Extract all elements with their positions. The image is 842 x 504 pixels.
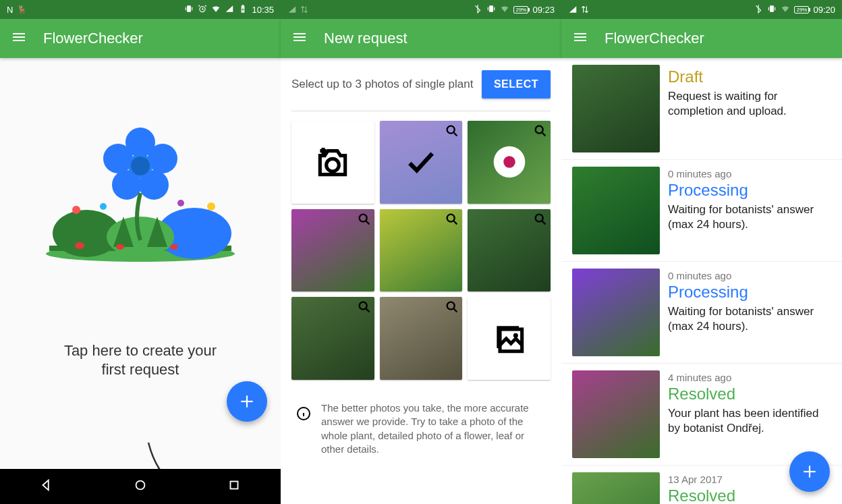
svg-point-24 <box>100 203 107 210</box>
svg-rect-37 <box>293 40 306 41</box>
request-thumbnail <box>572 472 660 504</box>
nav-home-icon[interactable] <box>133 478 148 495</box>
screen-new-request: 29% 09:23 New request Select up to 3 pho… <box>281 0 561 504</box>
statusbar: N 🦌 10:35 <box>0 0 281 19</box>
zoom-icon[interactable] <box>533 212 548 227</box>
svg-point-22 <box>207 202 215 211</box>
photo-tile[interactable] <box>468 121 551 204</box>
svg-rect-54 <box>574 33 586 34</box>
appbar: FlowerChecker <box>0 19 281 58</box>
photo-tile[interactable] <box>468 209 551 292</box>
appbar-title: FlowerChecker <box>43 30 143 47</box>
arrow-to-fab <box>142 436 236 469</box>
signal-icon <box>568 5 578 14</box>
request-description: Request is waiting for completion and up… <box>668 89 831 119</box>
request-description: Your plant has been identified by botani… <box>668 406 831 436</box>
request-time: 0 minutes ago <box>668 270 831 281</box>
photo-grid <box>281 111 561 389</box>
request-item[interactable]: 0 minutes agoProcessingWaiting for botan… <box>561 262 842 364</box>
select-button[interactable]: SELECT <box>482 70 551 99</box>
svg-rect-32 <box>490 5 494 11</box>
menu-icon[interactable] <box>11 29 27 48</box>
camera-tile[interactable] <box>291 121 374 204</box>
svg-rect-7 <box>13 36 25 38</box>
svg-point-27 <box>170 244 178 250</box>
signal-icon <box>225 4 234 16</box>
request-thumbnail <box>572 269 660 356</box>
request-status: Processing <box>668 181 831 200</box>
zoom-icon[interactable] <box>445 212 459 227</box>
menu-icon[interactable] <box>572 29 588 48</box>
wifi-icon <box>781 4 790 16</box>
request-status: Resolved <box>668 385 831 403</box>
nav-recent-icon[interactable] <box>227 478 242 495</box>
android-navbar <box>0 469 281 504</box>
svg-rect-1 <box>186 7 186 10</box>
fab-new-request[interactable] <box>227 381 267 422</box>
photo-tile[interactable] <box>291 297 374 380</box>
svg-point-26 <box>116 244 124 250</box>
photo-tile[interactable] <box>380 297 463 380</box>
svg-point-49 <box>513 333 518 338</box>
info-row: The better photos you take, the more acc… <box>281 389 561 463</box>
svg-point-45 <box>536 214 543 221</box>
gallery-tile[interactable] <box>468 297 551 380</box>
request-time: 4 minutes ago <box>668 372 831 383</box>
svg-point-25 <box>75 242 84 249</box>
svg-rect-51 <box>770 5 775 11</box>
svg-rect-53 <box>775 7 776 10</box>
request-thumbnail <box>572 65 660 152</box>
statusbar-time: 09:20 <box>813 5 835 15</box>
tap-hint-line1: Tap here to create your <box>27 341 254 360</box>
svg-rect-55 <box>574 36 586 38</box>
zoom-icon[interactable] <box>357 212 372 227</box>
request-item[interactable]: 4 minutes agoResolvedYour plant has been… <box>561 364 842 466</box>
svg-point-47 <box>447 302 455 310</box>
svg-rect-58 <box>804 471 815 472</box>
battery-icon: 29% <box>794 6 809 13</box>
menu-icon[interactable] <box>291 29 308 48</box>
svg-point-16 <box>148 144 177 173</box>
alarm-icon <box>198 4 207 16</box>
screen-home: N 🦌 10:35 FlowerChecker <box>0 0 281 504</box>
svg-rect-35 <box>293 33 306 34</box>
check-icon <box>380 121 463 204</box>
svg-point-21 <box>72 206 80 214</box>
svg-point-46 <box>359 302 366 310</box>
requests-list[interactable]: DraftRequest is waiting for completion a… <box>561 58 842 504</box>
vibrate-icon <box>184 4 194 16</box>
svg-rect-56 <box>574 40 586 41</box>
wifi-icon <box>500 4 509 16</box>
nav-back-icon[interactable] <box>39 478 54 495</box>
request-item[interactable]: 0 minutes agoProcessingWaiting for botan… <box>561 160 842 262</box>
tap-hint-line2: first request <box>27 360 254 379</box>
photo-tile-selected[interactable] <box>380 121 463 204</box>
usb-icon <box>580 5 590 14</box>
appbar: FlowerChecker <box>561 19 842 58</box>
statusbar-time: 09:23 <box>532 5 555 15</box>
svg-rect-31 <box>230 482 237 489</box>
photo-tile[interactable] <box>380 209 463 292</box>
android-n-icon: N <box>7 5 13 15</box>
zoom-icon[interactable] <box>445 300 459 314</box>
svg-rect-33 <box>488 7 488 10</box>
photo-tile[interactable] <box>291 209 374 292</box>
battery-icon: 29% <box>513 6 528 13</box>
svg-rect-8 <box>13 40 25 41</box>
statusbar: 29% 09:23 <box>281 0 561 19</box>
svg-point-42 <box>503 157 515 169</box>
svg-point-19 <box>103 144 133 173</box>
statusbar-time: 10:35 <box>252 5 274 15</box>
svg-rect-5 <box>242 5 244 5</box>
bluetooth-icon <box>754 4 763 16</box>
svg-point-38 <box>327 159 339 172</box>
zoom-icon[interactable] <box>357 300 372 314</box>
zoom-icon[interactable] <box>533 123 548 138</box>
svg-point-23 <box>177 200 184 206</box>
request-item[interactable]: DraftRequest is waiting for completion a… <box>561 58 842 160</box>
svg-point-30 <box>136 481 145 490</box>
deer-icon: 🦌 <box>17 5 27 14</box>
request-status: Draft <box>668 67 831 86</box>
fab-new-request[interactable] <box>789 451 830 492</box>
request-time: 0 minutes ago <box>668 168 831 179</box>
